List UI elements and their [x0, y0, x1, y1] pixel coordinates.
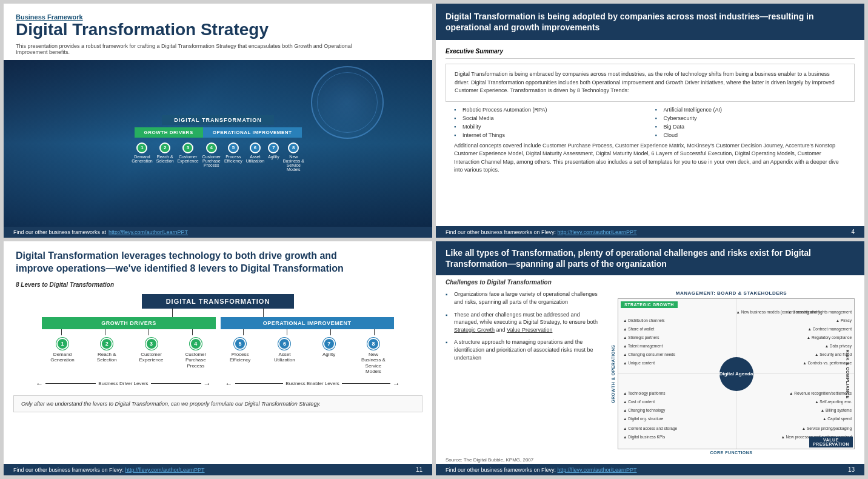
slide1-header: Business Framework Digital Transformatio…: [4, 4, 432, 60]
slide3-note-box: Only after we understand the levers to D…: [13, 395, 422, 412]
slide1-footer-text: Find our other business frameworks at: [13, 229, 106, 235]
s-item-5: 5 ProcessEfficiency: [219, 338, 260, 375]
ml7: ▲ Strategic partners: [623, 335, 659, 340]
s-item-2: 2 Reach &Selection: [87, 338, 127, 375]
ml10: ▲ Data privacy: [825, 344, 852, 348]
s-item-6: 6 AssetUtilization: [264, 338, 305, 375]
ml20: ▲ Billing systems: [821, 408, 852, 412]
col1-item4: ▪Internet of Things: [454, 132, 646, 138]
matrix-title: MANAGEMENT: BOARD & STAKEHOLDERS: [608, 290, 855, 296]
source-text: Source: The Digital Bubble, KPMG, 2007: [436, 456, 864, 464]
ml13: ▲ Unique content: [623, 361, 655, 365]
ops-box: OPERATIONAL IMPROVEMENT: [203, 127, 302, 138]
col2-item2: ▪Cybersecurity: [655, 115, 847, 121]
item-5: 5 ProcessEfficiency: [224, 142, 242, 172]
bullet3-text: A structure approach to managing operati…: [454, 338, 603, 361]
slide1-footer: Find our other business frameworks at ht…: [4, 227, 432, 238]
growth-box: GROWTH DRIVERS: [135, 127, 203, 138]
bullet-item-3: ▪ A structure approach to managing opera…: [446, 338, 603, 361]
slide3-sublabel: 8 Levers to Digital Transformation: [4, 279, 432, 292]
slide1-footer-link[interactable]: http://flevy.com/author/LearnPPT: [109, 229, 188, 235]
y-axis-label: GROWTH & OPERATIONS: [608, 298, 618, 449]
ml8: ▲ Regulatory compliance: [807, 335, 852, 340]
ml18: ▲ Self-reporting env.: [815, 400, 852, 404]
ml21: ▲ Digital org. structure: [623, 417, 663, 421]
ml15: ▲ Technology platforms: [623, 391, 666, 395]
col2-item3: ▪Big Data: [655, 124, 847, 130]
slide1-diagram: DIGITAL TRANSFORMATION GROWTH DRIVERS OP…: [4, 60, 432, 227]
col1-item2: ▪Social Media: [454, 115, 646, 121]
item-6: 6 AssetUtilization: [246, 142, 264, 172]
slide-3: Digital Transformation leverages technol…: [4, 241, 432, 475]
slide3-footer-link[interactable]: http://flevy.com/author/LearnPPT: [125, 467, 205, 473]
bullet-item-2: ▪ These and other challenges must be add…: [446, 311, 603, 334]
slide4-footer: Find our other business frameworks on Fl…: [436, 464, 864, 475]
value-preservation-label: VALUEPRESERVATION: [809, 437, 853, 447]
slide3-footer: Find our other business frameworks on Fl…: [4, 464, 432, 475]
col2-item1: ▪Artificial Intelligence (AI): [655, 107, 847, 113]
slide4-content: ▪ Organizations face a large variety of …: [436, 288, 864, 456]
digital-agenda-circle: Digital Agenda: [719, 357, 753, 391]
ml25: ▲ Digital business KPIs: [623, 435, 665, 439]
ml14: ▲ Controls vs. performance: [803, 361, 852, 365]
dt-boxes-row: GROWTH DRIVERS OPERATIONAL IMPROVEMENT: [135, 127, 302, 138]
slide4-bullets: ▪ Organizations face a large variety of …: [446, 290, 603, 454]
risk-label: RISK & COMPLIANCE: [846, 349, 850, 398]
ml23: ▲ Content access and storage: [623, 426, 677, 430]
ml9: ▲ Talent management: [623, 344, 663, 348]
s-item-8: 8 NewBusiness &ServiceModels: [353, 338, 393, 375]
slide2-header: Digital Transformation is being adopted …: [436, 4, 864, 40]
slide3-title: Digital Transformation leverages technol…: [16, 250, 367, 275]
ml22: ▲ Capital spend: [823, 417, 852, 421]
slide2-content: Digital Transformation is being embraced…: [436, 59, 864, 226]
driver-label: Business Driver Levers: [98, 381, 148, 386]
enabler-label: Business Enabler Levers: [285, 381, 339, 386]
exec-label: Executive Summary: [446, 48, 503, 55]
item-8: 8 NewBusiness &ServiceModels: [283, 142, 304, 172]
ops-improvement-box: OPERATIONAL IMPROVEMENT: [221, 317, 394, 329]
slide1-description: This presentation provides a robust fram…: [16, 43, 379, 55]
s-item-3: 3 CustomerExperience: [131, 338, 172, 375]
s-item-7: 7 Agility: [309, 338, 349, 375]
slide3-items: 1 DemandGeneration 2 Reach &Selection 3 …: [36, 335, 399, 377]
ml2: ▲ Licensing and rights management: [787, 310, 852, 314]
slide2-footer-text: Find our other business frameworks on Fl…: [446, 229, 637, 235]
dt-label: DIGITAL TRANSFORMATION: [162, 115, 274, 125]
slide2-columns: ▪Robotic Process Automation (RPA) ▪Artif…: [446, 107, 855, 138]
slide2-title: Digital Transformation is being adopted …: [446, 11, 855, 33]
col1-item3: ▪Mobility: [454, 124, 646, 130]
s-item-1: 1 DemandGeneration: [42, 338, 82, 375]
slide1-overlay: DIGITAL TRANSFORMATION GROWTH DRIVERS OP…: [4, 60, 432, 227]
slide2-para2: Additional concepts covered include Cust…: [446, 138, 855, 178]
ml11: ▲ Changing consumer needs: [623, 352, 675, 357]
item-1: 1 DemandGeneration: [132, 142, 153, 172]
bullet1-text: Organizations face a large variety of op…: [454, 290, 603, 306]
item-4: 4 CustomerPurchaseProcess: [202, 142, 221, 172]
slide2-footer: Find our other business frameworks on Fl…: [436, 226, 864, 238]
ml16: ▲ Revenue recognition/settlements: [789, 391, 852, 395]
slide4-sublabel: Challenges to Digital Transformation: [436, 275, 864, 288]
col2-item4: ▪Cloud: [655, 132, 847, 138]
slide2-page-num: 4: [851, 229, 855, 235]
bullet-item-1: ▪ Organizations face a large variety of …: [446, 290, 603, 306]
slide2-footer-link[interactable]: http://flevy.com/author/LearnPPT: [558, 229, 637, 235]
slide3-header: Digital Transformation leverages technol…: [4, 241, 432, 279]
slide3-page-num: 11: [416, 466, 422, 473]
slide2-exec: Executive Summary: [436, 40, 864, 58]
slide4-title: Like all types of Transformation, plenty…: [446, 247, 855, 269]
bullet2-text: These and other challenges must be addre…: [454, 311, 603, 334]
slide4-footer-link[interactable]: http://flevy.com/author/LearnPPT: [558, 467, 637, 473]
slide-2: Digital Transformation is being adopted …: [436, 4, 864, 238]
slide3-note: Only after we understand the levers to D…: [21, 401, 415, 407]
dt-items-row: 1 DemandGeneration 2 Reach &Selection 3 …: [132, 142, 304, 172]
slide3-dt-label: DIGITAL TRANSFORMATION: [142, 294, 295, 309]
slide4-header: Like all types of Transformation, plenty…: [436, 241, 864, 275]
ml6: ▲ Contract management: [807, 327, 852, 331]
slide3-drivers-row: GROWTH DRIVERS OPERATIONAL IMPROVEMENT: [36, 317, 399, 329]
growth-drivers-box: GROWTH DRIVERS: [42, 317, 215, 329]
ml5: ▲ Share of wallet: [623, 327, 654, 331]
matrix-container: MANAGEMENT: BOARD & STAKEHOLDERS GROWTH …: [608, 290, 855, 454]
x-axis-label: CORE FUNCTIONS: [608, 451, 855, 455]
ml19: ▲ Changing technology: [623, 408, 665, 412]
slide1-title: Digital Transformation Strategy: [16, 21, 420, 39]
